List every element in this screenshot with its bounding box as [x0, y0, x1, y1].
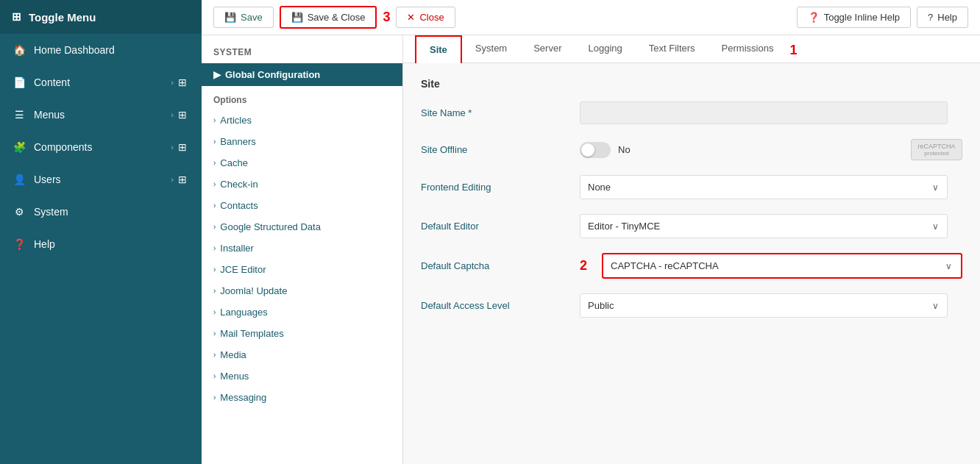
save-button[interactable]: 💾 Save [213, 7, 274, 28]
option-google-structured-data[interactable]: › Google Structured Data [202, 216, 402, 238]
form-row-default-editor: Default Editor Editor - TinyMCE Editor -… [421, 214, 962, 238]
option-check-in[interactable]: › Check-in [202, 174, 402, 195]
frontend-editing-select[interactable]: None Module Module & Menu [580, 175, 948, 199]
tab-permissions[interactable]: Permissions [709, 35, 787, 63]
sidebar-item-label: Home Dashboard [34, 44, 115, 56]
tab-logging[interactable]: Logging [575, 35, 635, 63]
home-icon: 🏠 [12, 43, 26, 57]
toolbar: 💾 Save 💾 Save & Close 3 ✕ Close ❓ Toggle… [202, 0, 980, 35]
sidebar-item-content[interactable]: 📄 Content › ⊞ [0, 66, 202, 99]
option-label: Installer [220, 243, 254, 254]
sidebar-item-help[interactable]: ❓ Help [0, 228, 202, 260]
option-contacts[interactable]: › Contacts [202, 195, 402, 216]
step2-annotation: 2 [580, 258, 587, 274]
content-icon: 📄 [12, 75, 26, 90]
chevron-right-icon: › [213, 287, 216, 295]
components-icon: 🧩 [12, 140, 26, 154]
sidebar-item-users[interactable]: 👤 Users › ⊞ [0, 163, 202, 196]
option-media[interactable]: › Media [202, 344, 402, 365]
chevron-right-icon: › [171, 110, 174, 119]
sidebar-item-menus[interactable]: ☰ Menus › ⊞ [0, 99, 202, 131]
option-languages[interactable]: › Languages [202, 301, 402, 323]
toggle-menu-button[interactable]: ⊞ Toggle Menu [0, 0, 202, 34]
sidebar-item-label: Content [34, 76, 70, 88]
option-label: JCE Editor [220, 264, 266, 275]
option-label: Google Structured Data [220, 221, 321, 232]
option-mail-templates[interactable]: › Mail Templates [202, 323, 402, 344]
chevron-right-icon: › [213, 308, 216, 316]
option-label: Joomla! Update [220, 285, 287, 296]
chevron-right-icon: › [171, 78, 174, 87]
chevron-right-icon: › [213, 351, 216, 359]
sidebar-item-label: System [34, 206, 68, 218]
options-section-title: Options [202, 86, 402, 110]
close-button[interactable]: ✕ Close [396, 7, 455, 28]
form-row-frontend-editing: Frontend Editing None Module Module & Me… [421, 175, 962, 199]
content-area: System ▶ Global Configuration Options › … [202, 35, 980, 464]
form-row-default-captcha: Default Captcha 2 CAPTCHA - reCAPTCHA No… [421, 253, 962, 279]
chevron-right-icon: › [213, 223, 216, 231]
tab-text-filters[interactable]: Text Filters [636, 35, 709, 63]
sidebar-item-home[interactable]: 🏠 Home Dashboard [0, 34, 202, 66]
sidebar-item-label: Users [34, 174, 61, 185]
close-icon: ✕ [407, 12, 415, 23]
sidebar-item-label: Components [34, 141, 92, 153]
option-banners[interactable]: › Banners [202, 131, 402, 152]
form-row-site-name: Site Name * [421, 101, 962, 124]
step3-annotation: 3 [383, 10, 390, 25]
left-panel: System ▶ Global Configuration Options › … [202, 35, 403, 464]
form-area: Site Site Name * Site Offline No [403, 63, 980, 347]
toggle-menu-icon: ⊞ [12, 10, 21, 24]
option-menus[interactable]: › Menus [202, 365, 402, 387]
option-cache[interactable]: › Cache [202, 152, 402, 174]
tabs: Site System Server Logging Text Filters … [403, 35, 980, 63]
help-button[interactable]: ? Help [917, 7, 968, 28]
default-editor-select[interactable]: Editor - TinyMCE Editor - CodeMirror No … [580, 214, 948, 238]
chevron-right-icon: › [213, 372, 216, 380]
tab-server[interactable]: Server [520, 35, 575, 63]
global-config-item[interactable]: ▶ Global Configuration [202, 63, 402, 86]
option-articles[interactable]: › Articles [202, 110, 402, 131]
option-label: Media [220, 349, 246, 360]
chevron-right-icon: › [213, 201, 216, 210]
default-captcha-label: Default Captcha [421, 260, 568, 271]
toggle-inline-help-button[interactable]: ❓ Toggle Inline Help [797, 7, 911, 28]
save-close-icon: 💾 [291, 12, 303, 23]
sidebar-item-components[interactable]: 🧩 Components › ⊞ [0, 131, 202, 163]
save-close-button[interactable]: 💾 Save & Close [280, 6, 377, 29]
tab-site[interactable]: Site [415, 35, 462, 63]
option-label: Menus [220, 371, 249, 382]
site-offline-toggle[interactable] [580, 142, 611, 158]
grid-icon: ⊞ [178, 76, 190, 88]
menus-icon: ☰ [12, 107, 26, 122]
default-access-select[interactable]: Public Registered Special [580, 293, 948, 318]
question-circle-icon: ❓ [808, 12, 820, 23]
tab-system[interactable]: System [462, 35, 520, 63]
save-label: Save [241, 12, 263, 23]
option-label: Cache [220, 157, 248, 168]
default-captcha-select[interactable]: CAPTCHA - reCAPTCHA None [603, 254, 961, 277]
form-row-default-access: Default Access Level Public Registered S… [421, 293, 962, 318]
recaptcha-badge-subtext: protected [917, 150, 956, 157]
right-panel: Site System Server Logging Text Filters … [403, 35, 980, 464]
main-area: 💾 Save 💾 Save & Close 3 ✕ Close ❓ Toggle… [202, 0, 980, 464]
global-config-label: Global Configuration [225, 69, 320, 80]
sidebar-item-label: Menus [34, 109, 65, 121]
chevron-right-icon: › [213, 244, 216, 252]
site-name-label: Site Name * [421, 107, 568, 118]
option-label: Contacts [220, 200, 258, 211]
sidebar-item-system[interactable]: ⚙ System [0, 196, 202, 228]
chevron-right-icon: › [213, 329, 216, 338]
option-jce-editor[interactable]: › JCE Editor [202, 259, 402, 280]
site-name-input[interactable] [580, 101, 948, 124]
option-label: Articles [220, 115, 252, 126]
option-messaging[interactable]: › Messaging [202, 387, 402, 408]
help-label: Help [937, 12, 957, 23]
grid-icon: ⊞ [178, 109, 190, 121]
option-joomla-update[interactable]: › Joomla! Update [202, 280, 402, 301]
grid-icon: ⊞ [178, 174, 190, 185]
option-installer[interactable]: › Installer [202, 238, 402, 259]
chevron-right-icon: › [213, 138, 216, 146]
save-icon: 💾 [224, 12, 236, 23]
site-offline-label: Site Offline [421, 144, 568, 155]
